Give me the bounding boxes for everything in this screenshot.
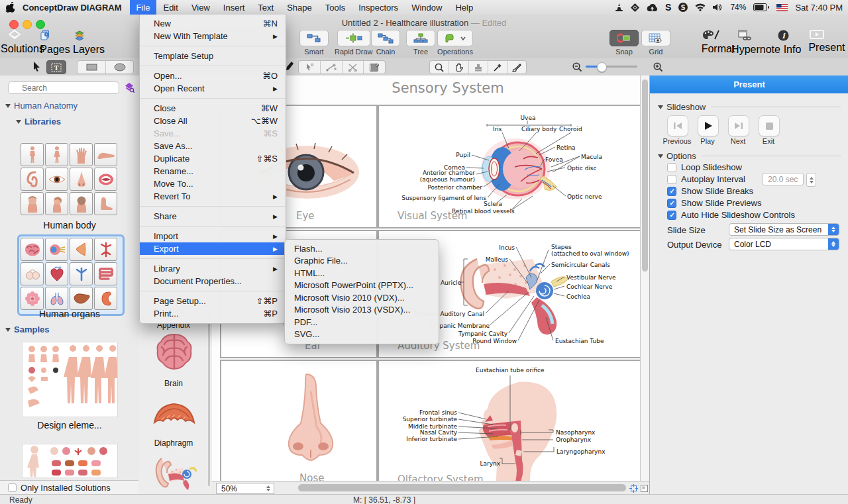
play-slideshow-button[interactable] (698, 115, 719, 136)
sidebar-item-libraries[interactable]: Libraries (16, 117, 61, 126)
tree-button[interactable]: Tree (406, 30, 435, 56)
zoom-out-icon[interactable] (572, 62, 582, 75)
stepper-up-icon[interactable] (810, 177, 814, 179)
volume-status-icon[interactable] (713, 3, 723, 11)
file-menu-item-open[interactable]: Open...⌘O (140, 70, 286, 82)
autoplay-interval-checkbox[interactable] (667, 175, 676, 184)
apple-menu-icon[interactable] (0, 2, 20, 13)
autoplay-interval-field[interactable]: 20.0 sec (763, 173, 804, 185)
menu-inspectors[interactable]: Inspectors (352, 0, 405, 15)
file-menu-item-library[interactable]: Library▶ (140, 262, 286, 275)
rectangle-tool[interactable] (78, 61, 106, 74)
magnifier-tool[interactable] (430, 61, 449, 74)
node-select-tool[interactable] (299, 61, 321, 74)
menu-edit[interactable]: Edit (156, 0, 184, 15)
show-slide-previews-option[interactable]: Show Slide Previews (667, 198, 761, 208)
file-menu-item-print[interactable]: Print...⌘P (140, 307, 286, 320)
zoom-in-icon[interactable] (653, 62, 663, 75)
disclosure-triangle-icon[interactable] (658, 105, 663, 109)
operations-button[interactable]: Operations (437, 30, 473, 56)
split-tool[interactable] (343, 61, 364, 74)
file-menu-item-share[interactable]: Share▶ (140, 210, 286, 223)
auto-hide-controls-checkbox[interactable] (667, 211, 676, 220)
disclosure-triangle-icon[interactable] (5, 104, 11, 108)
rapid-draw-button[interactable]: Rapid Draw (335, 30, 372, 56)
menu-insert[interactable]: Insert (217, 0, 252, 15)
slideshow-section-header[interactable]: Slideshow (658, 102, 841, 112)
shapes-panel-scrollbar[interactable] (208, 307, 210, 486)
present-button[interactable]: Present (808, 30, 845, 56)
file-menu-item-duplicate[interactable]: Duplicate⇧⌘S (140, 152, 286, 165)
file-menu-item-move-to[interactable]: Move To... (140, 177, 286, 190)
show-slide-breaks-option[interactable]: Show Slide Breaks (667, 186, 753, 196)
menu-text[interactable]: Text (251, 0, 280, 15)
file-menu-item-open-recent[interactable]: Open Recent▶ (140, 82, 286, 95)
menu-window[interactable]: Window (405, 0, 449, 15)
output-device-select[interactable]: Color LCD (729, 238, 839, 250)
library-label-human-organs[interactable]: Human organs (0, 309, 139, 319)
skype-status-icon[interactable]: S (678, 3, 688, 12)
sidebar-item-human-anatomy[interactable]: Human Anatomy (5, 101, 78, 111)
menu-shape[interactable]: Shape (280, 0, 319, 15)
s-status-icon[interactable]: S (665, 2, 671, 13)
canvas-zoom-control[interactable]: 50% (216, 483, 274, 494)
file-menu-item-new-with-template[interactable]: New With Template▶ (140, 30, 286, 42)
zoom-stepper-icon[interactable] (266, 485, 274, 491)
loop-slideshow-checkbox[interactable] (667, 163, 676, 172)
snap-button[interactable]: Snap (610, 30, 639, 56)
brush-tool[interactable] (508, 61, 526, 74)
menu-tools[interactable]: Tools (319, 0, 352, 15)
canvas-vertical-scrollbar[interactable] (640, 76, 649, 481)
cone-status-icon[interactable] (615, 3, 623, 12)
export-vsdx[interactable]: Microsoft Visio 2013 (VSDX)... (285, 304, 439, 317)
olfactory-system-cell[interactable]: Eustachian tube orifice Frontal sinus Su… (378, 360, 643, 481)
file-menu-item-import[interactable]: Import▶ (140, 230, 286, 242)
canvas-vertical-scrollbar-thumb[interactable] (642, 79, 648, 272)
export-svg[interactable]: SVG... (285, 328, 439, 341)
show-slide-previews-checkbox[interactable] (667, 199, 676, 208)
present-panel-header[interactable]: Present (650, 76, 848, 93)
file-menu-item-document-properties[interactable]: Document Properties... (140, 275, 286, 287)
auto-hide-controls-option[interactable]: Auto Hide Slideshow Controls (667, 210, 795, 220)
human-organs-library-thumbnails[interactable] (21, 238, 117, 310)
text-tool[interactable]: T (46, 60, 66, 74)
export-pptx[interactable]: Microsoft PowerPoint (PPTX)... (285, 279, 439, 292)
horizontal-scrollbar-thumb[interactable] (298, 484, 626, 491)
select-tool[interactable] (32, 61, 42, 75)
grid-button[interactable]: Grid (641, 30, 670, 56)
eyedropper-tool[interactable] (488, 61, 507, 74)
stamp-tool[interactable] (469, 61, 488, 74)
export-html[interactable]: HTML... (285, 267, 439, 279)
cloud-upload-status-icon[interactable] (647, 3, 658, 12)
exit-slideshow-button[interactable] (759, 115, 780, 136)
wifi-status-icon[interactable] (695, 3, 706, 11)
next-slide-button[interactable] (728, 115, 749, 136)
pages-button[interactable]: Pages (38, 30, 72, 56)
human-body-library-thumbnails[interactable] (21, 143, 117, 215)
pan-hand-tool[interactable] (449, 61, 468, 74)
visual-system-cell[interactable]: Uvea Iris Ciliary body Choroid Pupil Cor… (378, 105, 643, 228)
disclosure-triangle-icon[interactable] (16, 120, 21, 124)
autoplay-interval-stepper[interactable] (806, 173, 816, 187)
marker-tool[interactable] (285, 61, 295, 74)
menu-bar-clock[interactable]: Sat 7:40 PM (795, 3, 843, 13)
menu-file[interactable]: File (130, 0, 157, 15)
smart-button[interactable]: Smart (299, 30, 329, 56)
stepper-down-icon[interactable] (810, 181, 814, 183)
menu-help[interactable]: Help (449, 0, 480, 15)
slide-size-select[interactable]: Set Slide Size as Screen (729, 223, 839, 236)
only-installed-solutions-row[interactable]: Only Installed Solutions (0, 480, 138, 494)
page-frame-tool[interactable] (364, 61, 385, 74)
nose-cell[interactable]: Nose (220, 360, 378, 481)
show-slide-breaks-checkbox[interactable] (667, 187, 676, 196)
file-menu-item-revert-to[interactable]: Revert To▶ (140, 190, 286, 203)
library-label-human-body[interactable]: Human body (0, 220, 139, 230)
chain-button[interactable]: Chain (371, 30, 400, 56)
export-pdf[interactable]: PDF... (285, 316, 439, 328)
zoom-slider-thumb[interactable] (597, 62, 607, 72)
file-menu-item-page-setup[interactable]: Page Setup...⇧⌘P (140, 295, 286, 307)
input-language-flag-icon[interactable] (776, 4, 788, 11)
solutions-search-icon[interactable] (124, 82, 134, 95)
sample-anatomy-thumbnail[interactable] (22, 444, 118, 478)
file-menu-item-new[interactable]: New⌘N (140, 17, 286, 30)
